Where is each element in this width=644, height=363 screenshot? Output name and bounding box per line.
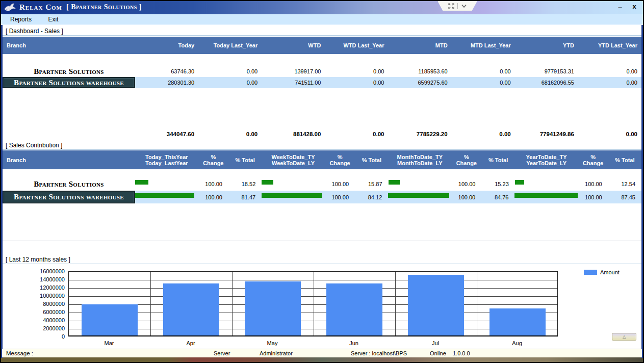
status-bar: Message : Server Administrator Server : …	[2, 349, 642, 357]
cell-mtd: 1185953.60	[389, 68, 452, 74]
contribution-bar-cell	[262, 191, 325, 203]
x-axis-tick-label: Jun	[313, 340, 395, 346]
contribution-bar	[135, 180, 148, 185]
column-header-branch[interactable]: Branch	[3, 42, 135, 48]
column-header-wtd-lastyear[interactable]: WTD Last_Year	[325, 42, 388, 48]
gridline	[150, 272, 151, 335]
chart-bar	[408, 275, 464, 335]
column-header-branch[interactable]: Branch	[3, 157, 135, 163]
cell-pct-total: 12.54	[608, 181, 641, 187]
column-header-ytd-lastyear[interactable]: YTD Last_Year	[578, 42, 641, 48]
gridline	[232, 272, 233, 335]
column-header-today-pair[interactable]: Today_ThisYearToday_LastYear	[135, 154, 198, 166]
column-header-mtd-lastyear[interactable]: MTD Last_Year	[452, 42, 515, 48]
menu-item-reports[interactable]: Reports	[5, 14, 37, 23]
contribution-bar	[135, 193, 194, 198]
status-online: Online	[430, 350, 446, 356]
section-divider	[3, 241, 641, 241]
column-header-total[interactable]: % Total	[481, 157, 514, 163]
status-message-label: Message :	[6, 350, 33, 356]
sales-bar-chart: 0200000040000006000000800000010000000120…	[3, 265, 641, 350]
totals-row: 344047.60 0.00 881428.00 0.00 7785229.20…	[3, 129, 641, 139]
y-axis-tick-label: 16000000	[3, 268, 65, 274]
menu-item-exit[interactable]: Exit	[43, 14, 63, 23]
cell-mtd-ly: 0.00	[452, 68, 515, 74]
column-header-change[interactable]: % Change	[578, 154, 608, 166]
column-header-month-pair[interactable]: MonthToDate_TYMonthToDate_LY	[389, 154, 452, 166]
column-header-year-pair[interactable]: YearToDate_TYYearToDate_LY	[515, 154, 578, 166]
x-axis-tick-label: May	[231, 340, 313, 346]
taskbar-strip[interactable]	[1, 357, 643, 362]
column-header-today[interactable]: Today	[135, 42, 198, 48]
dashboard-table-header: Branch Today Today Last_Year WTD WTD Las…	[3, 37, 641, 54]
status-user: Administrator	[260, 350, 293, 356]
branch-label: Bpartner Solutions warehouse	[3, 77, 135, 88]
chart-section-label: [ Last 12 months sales ]	[3, 254, 641, 264]
column-header-total[interactable]: % Total	[355, 157, 388, 163]
column-header-ytd[interactable]: YTD	[515, 42, 578, 48]
status-version: 1.0.0.0	[453, 350, 470, 356]
column-header-total[interactable]: % Total	[228, 157, 262, 163]
contribution-bar	[262, 180, 273, 185]
table-row[interactable]: Bpartner Solutions warehouse 100.00 81.4…	[3, 191, 641, 203]
cell-wtd: 741511.00	[262, 80, 325, 86]
contribution-bar-cell	[388, 191, 451, 203]
gridline	[69, 288, 557, 289]
status-server-label: Server	[214, 350, 230, 356]
gridline	[69, 280, 557, 280]
contribution-bar	[514, 193, 578, 198]
total-wtd-ly: 0.00	[325, 131, 388, 137]
cell-pct-total: 15.23	[481, 181, 514, 187]
cell-pct-change: 100.00	[578, 194, 608, 200]
gridline	[69, 321, 557, 321]
minimize-button[interactable]: _	[615, 1, 625, 8]
contribution-bar	[388, 193, 449, 198]
contribution-bar-cell	[515, 177, 578, 191]
cell-pct-change: 100.00	[451, 194, 481, 200]
cell-pct-total: 15.87	[355, 181, 388, 187]
table-row[interactable]: Bpartner Solutions warehouse 280301.30 0…	[3, 77, 641, 88]
chart-bar	[163, 283, 219, 335]
cell-ytd: 68162096.55	[515, 80, 578, 86]
column-header-change[interactable]: % Change	[451, 154, 481, 166]
legend-label: Amount	[600, 269, 620, 275]
expand-icon[interactable]	[447, 2, 455, 10]
table-row[interactable]: Bpartner Solutions 100.00 18.52 100.00 1…	[3, 177, 641, 191]
gridline	[477, 272, 477, 335]
column-header-change[interactable]: % Change	[325, 154, 355, 166]
column-header-today-lastyear[interactable]: Today Last_Year	[198, 42, 262, 48]
chart-bar	[245, 281, 301, 335]
title-bar[interactable]: Relax Com [ Bpartner Solutions ] _ x	[1, 1, 643, 14]
column-header-wtd[interactable]: WTD	[262, 42, 325, 48]
cell-pct-total: 84.12	[355, 194, 388, 200]
toolbar-divider	[457, 3, 458, 9]
chevron-down-icon[interactable]	[460, 2, 468, 10]
cell-today-ly: 0.00	[198, 80, 262, 86]
cell-today: 280301.30	[135, 80, 198, 86]
column-header-total[interactable]: % Total	[608, 157, 641, 163]
column-header-mtd[interactable]: MTD	[389, 42, 452, 48]
cell-pct-change: 100.00	[451, 181, 481, 187]
chart-bar	[326, 283, 382, 335]
table-row[interactable]: Bpartner Solutions 63746.30 0.00 139917.…	[3, 66, 641, 77]
x-axis-tick-label: Aug	[476, 340, 558, 346]
close-button[interactable]: x	[630, 3, 639, 10]
cell-mtd-ly: 0.00	[452, 80, 515, 86]
collapse-chart-button[interactable]: △	[612, 333, 636, 341]
contribution-section-label: [ Sales Contribution ]	[3, 140, 641, 150]
contribution-bar	[262, 193, 322, 198]
x-axis-tick-label: Apr	[150, 340, 231, 346]
cell-pct-change: 100.00	[325, 194, 355, 200]
window-title: Relax Com	[19, 3, 62, 12]
total-wtd: 881428.00	[262, 131, 325, 137]
column-header-change[interactable]: % Change	[198, 154, 228, 166]
cell-pct-change: 100.00	[325, 181, 355, 187]
cell-ytd-ly: 0.00	[578, 68, 641, 74]
cell-pct-total: 18.52	[228, 181, 262, 187]
branch-label: Bpartner Solutions warehouse	[3, 191, 135, 203]
cell-ytd-ly: 0.00	[578, 80, 641, 86]
contribution-bar	[389, 180, 400, 185]
cell-wtd: 139917.00	[262, 68, 325, 74]
column-header-week-pair[interactable]: WeekToDate_TYWeekToDate_LY	[262, 154, 325, 166]
legend-swatch	[584, 270, 597, 275]
